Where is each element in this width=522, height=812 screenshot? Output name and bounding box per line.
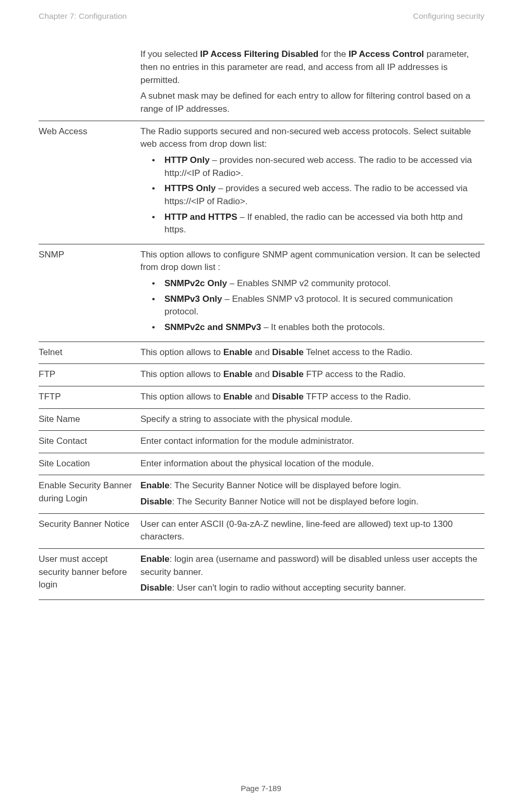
paragraph: Enable: The Security Banner Notice will … [140, 479, 481, 492]
desc-cell: Specify a string to associate with the p… [140, 408, 484, 431]
text: If you selected [140, 49, 200, 59]
paragraph: User can enter ASCII (0-9a-zA-Z newline,… [140, 518, 481, 544]
paragraph: A subnet mask may be defined for each en… [140, 90, 481, 115]
bold-text: Disable [140, 583, 172, 593]
table-row: Security Banner Notice User can enter AS… [39, 513, 484, 548]
desc-cell: Enable: login area (username and passwor… [140, 549, 484, 600]
attr-cell [39, 44, 140, 121]
text: : The Security Banner Notice will not be… [172, 497, 418, 507]
attr-cell: SNMP [39, 244, 140, 342]
text: : The Security Banner Notice will be dis… [170, 480, 401, 490]
bold-text: SNMPv2c Only [164, 278, 227, 288]
text: This option allows to [140, 369, 223, 379]
text: : User can't login to radio without acce… [172, 583, 406, 593]
desc-cell: The Radio supports secured and non-secur… [140, 121, 484, 244]
bold-text: IP Access Control [349, 49, 424, 59]
desc-cell: This option allows to configure SNMP age… [140, 244, 484, 342]
text: This option allows to [140, 392, 223, 402]
bold-text: SNMPv3 Only [164, 294, 222, 304]
paragraph: The Radio supports secured and non-secur… [140, 125, 481, 151]
header-right: Configuring security [413, 10, 484, 22]
bold-text: Disable [272, 392, 303, 402]
table-row: User must accept security banner before … [39, 549, 484, 600]
desc-cell: This option allows to Enable and Disable… [140, 342, 484, 364]
list-item: HTTP and HTTPS – If enabled, the radio c… [154, 211, 481, 237]
text: and [253, 392, 272, 402]
bold-text: Disable [272, 369, 303, 379]
table-row: Site Contact Enter contact information f… [39, 431, 484, 453]
config-table: If you selected IP Access Filtering Disa… [39, 44, 484, 600]
paragraph: Disable: The Security Banner Notice will… [140, 496, 481, 509]
list-item: HTTP Only – provides non-secured web acc… [154, 154, 481, 180]
attr-cell: Security Banner Notice [39, 513, 140, 548]
table-row: TFTP This option allows to Enable and Di… [39, 386, 484, 408]
table-row: Site Name Specify a string to associate … [39, 408, 484, 431]
list-item: SNMPv3 Only – Enables SNMP v3 protocol. … [154, 293, 481, 319]
attr-cell: FTP [39, 364, 140, 386]
table-row: FTP This option allows to Enable and Dis… [39, 364, 484, 386]
attr-cell: Web Access [39, 121, 140, 244]
list-item: SNMPv2c and SNMPv3 – It enables both the… [154, 321, 481, 334]
desc-cell: This option allows to Enable and Disable… [140, 364, 484, 386]
bold-text: SNMPv2c and SNMPv3 [164, 322, 261, 332]
desc-cell: This option allows to Enable and Disable… [140, 386, 484, 408]
bold-text: Enable [223, 392, 253, 402]
paragraph: Enter information about the physical loc… [140, 457, 481, 470]
bullet-list: SNMPv2c Only – Enables SNMP v2 community… [140, 277, 481, 334]
desc-cell: Enter information about the physical loc… [140, 453, 484, 475]
text: This option allows to [140, 347, 223, 357]
bullet-list: HTTP Only – provides non-secured web acc… [140, 154, 481, 237]
paragraph: This option allows to configure SNMP age… [140, 249, 481, 274]
bold-text: Disable [272, 347, 303, 357]
text: – provides non-secured web access. The r… [164, 155, 472, 178]
paragraph: This option allows to Enable and Disable… [140, 391, 481, 404]
text: – Enables SNMP v2 community protocol. [227, 278, 390, 288]
text: TFTP access to the Radio. [304, 392, 411, 402]
attr-cell: Telnet [39, 342, 140, 364]
table-row: Enable Security Banner during Login Enab… [39, 475, 484, 513]
header-left: Chapter 7: Configuration [39, 10, 127, 22]
bold-text: Enable [140, 554, 170, 564]
text: Telnet access to the Radio. [304, 347, 413, 357]
text: : login area (username and password) wil… [140, 554, 477, 577]
bold-text: Enable [223, 369, 253, 379]
attr-cell: Site Contact [39, 431, 140, 453]
paragraph: This option allows to Enable and Disable… [140, 368, 481, 381]
bold-text: Disable [140, 497, 172, 507]
page-header: Chapter 7: Configuration Configuring sec… [39, 10, 484, 22]
paragraph: Specify a string to associate with the p… [140, 413, 481, 426]
page-footer: Page 7-189 [0, 783, 522, 794]
desc-cell: User can enter ASCII (0-9a-zA-Z newline,… [140, 513, 484, 548]
paragraph: This option allows to Enable and Disable… [140, 346, 481, 359]
attr-cell: Site Location [39, 453, 140, 475]
desc-cell: Enable: The Security Banner Notice will … [140, 475, 484, 513]
text: and [253, 347, 272, 357]
attr-cell: TFTP [39, 386, 140, 408]
list-item: SNMPv2c Only – Enables SNMP v2 community… [154, 277, 481, 290]
paragraph: Enter contact information for the module… [140, 435, 481, 448]
attr-cell: User must accept security banner before … [39, 549, 140, 600]
bold-text: HTTPS Only [164, 183, 216, 193]
text: for the [318, 49, 349, 59]
paragraph: Enable: login area (username and passwor… [140, 553, 481, 579]
table-row: Web Access The Radio supports secured an… [39, 121, 484, 244]
desc-cell: If you selected IP Access Filtering Disa… [140, 44, 484, 121]
desc-cell: Enter contact information for the module… [140, 431, 484, 453]
attr-cell: Site Name [39, 408, 140, 431]
bold-text: Enable [140, 480, 170, 490]
table-row: SNMP This option allows to configure SNM… [39, 244, 484, 342]
text: FTP access to the Radio. [304, 369, 406, 379]
text: and [253, 369, 272, 379]
table-row: If you selected IP Access Filtering Disa… [39, 44, 484, 121]
list-item: HTTPS Only – provides a secured web acce… [154, 182, 481, 208]
bold-text: IP Access Filtering Disabled [200, 49, 318, 59]
table-row: Telnet This option allows to Enable and … [39, 342, 484, 364]
attr-cell: Enable Security Banner during Login [39, 475, 140, 513]
bold-text: HTTP Only [164, 155, 210, 165]
paragraph: If you selected IP Access Filtering Disa… [140, 48, 481, 87]
bold-text: Enable [223, 347, 253, 357]
table-row: Site Location Enter information about th… [39, 453, 484, 475]
text: – It enables both the protocols. [261, 322, 385, 332]
bold-text: HTTP and HTTPS [164, 212, 237, 222]
paragraph: Disable: User can't login to radio witho… [140, 582, 481, 595]
